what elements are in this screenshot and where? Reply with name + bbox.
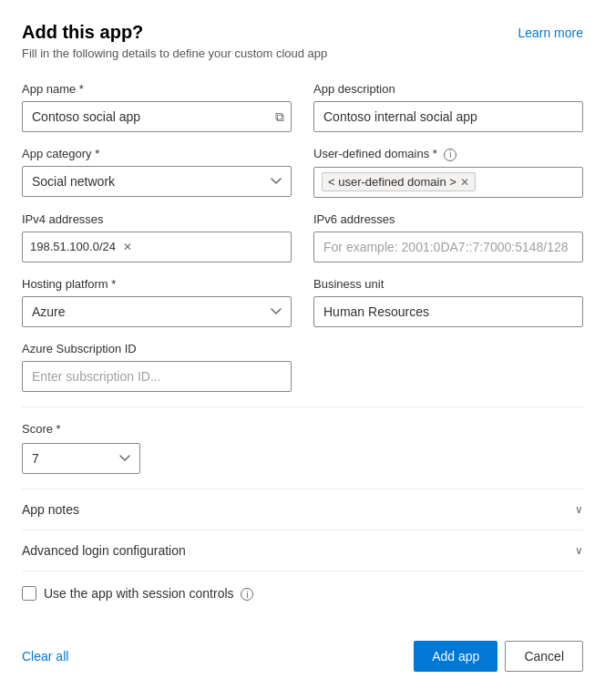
section-divider	[22, 407, 583, 407]
add-app-button[interactable]: Add app	[414, 641, 497, 672]
app-category-group: App category * Social network Business C…	[22, 147, 292, 198]
ipv4-tag: 198.51.100.0/24 ✕	[30, 240, 132, 253]
advanced-login-chevron-icon: ∨	[575, 544, 583, 557]
app-name-input-wrapper: ⧉	[22, 101, 292, 132]
advanced-login-accordion-label: Advanced login configuration	[22, 543, 186, 558]
clipboard-icon: ⧉	[275, 109, 284, 125]
ipv4-group: IPv4 addresses 198.51.100.0/24 ✕	[22, 212, 292, 262]
page-title: Add this app?	[22, 22, 327, 43]
footer-button-group: Add app Cancel	[414, 641, 583, 672]
user-defined-domains-tag-input[interactable]: < user-defined domain > ✕	[313, 167, 583, 198]
advanced-login-accordion-header[interactable]: Advanced login configuration ∨	[22, 530, 583, 571]
user-defined-domains-group: User-defined domains * i < user-defined …	[313, 147, 583, 198]
user-defined-domain-tag: < user-defined domain > ✕	[322, 172, 476, 191]
session-controls-info-icon[interactable]: i	[241, 588, 253, 601]
app-notes-accordion-label: App notes	[22, 502, 79, 517]
session-controls-checkbox[interactable]	[22, 586, 36, 601]
advanced-login-accordion-item: Advanced login configuration ∨	[22, 530, 583, 571]
app-description-group: App description	[313, 82, 583, 132]
user-defined-domains-label: User-defined domains * i	[313, 147, 583, 161]
business-unit-label: Business unit	[313, 277, 583, 291]
user-defined-domains-info-icon[interactable]: i	[444, 149, 456, 161]
accordion-container: App notes ∨ Advanced login configuration…	[22, 489, 583, 571]
dialog-footer: Clear all Add app Cancel	[0, 630, 605, 683]
business-unit-group: Business unit	[313, 277, 583, 327]
clear-all-button[interactable]: Clear all	[22, 649, 68, 664]
hosting-platform-group: Hosting platform * Azure Amazon Web Serv…	[22, 277, 292, 327]
cancel-button[interactable]: Cancel	[505, 641, 583, 672]
business-unit-input[interactable]	[313, 296, 583, 327]
dialog-header: Add this app? Fill in the following deta…	[22, 22, 583, 60]
app-notes-accordion-item: App notes ∨	[22, 489, 583, 530]
ipv4-label: IPv4 addresses	[22, 212, 292, 226]
app-name-input[interactable]	[22, 101, 292, 132]
app-notes-chevron-icon: ∨	[575, 503, 583, 516]
app-description-input[interactable]	[313, 101, 583, 132]
azure-sub-label: Azure Subscription ID	[22, 342, 292, 355]
app-name-group: App name * ⧉	[22, 82, 292, 132]
ipv4-tag-input[interactable]: 198.51.100.0/24 ✕	[22, 232, 292, 262]
ipv6-input[interactable]	[313, 232, 583, 262]
score-section: Score * 1 2 3 4 5 6 7 8 9 10	[22, 422, 583, 474]
form-main-grid: App name * ⧉ App description App categor…	[22, 82, 583, 392]
app-category-label: App category *	[22, 147, 292, 160]
app-category-select[interactable]: Social network Business Communication	[22, 166, 292, 197]
score-select[interactable]: 1 2 3 4 5 6 7 8 9 10	[22, 443, 140, 474]
azure-sub-input[interactable]	[22, 361, 292, 392]
header-title-group: Add this app? Fill in the following deta…	[22, 22, 327, 60]
ipv4-tag-close[interactable]: ✕	[123, 241, 132, 253]
session-controls-row: Use the app with session controls i	[22, 571, 583, 616]
app-description-label: App description	[313, 82, 583, 96]
app-notes-accordion-header[interactable]: App notes ∨	[22, 489, 583, 530]
app-name-label: App name *	[22, 82, 292, 96]
ipv6-label: IPv6 addresses	[313, 212, 583, 226]
page-subtitle: Fill in the following details to define …	[22, 46, 327, 60]
azure-sub-group: Azure Subscription ID	[22, 342, 292, 392]
hosting-platform-label: Hosting platform *	[22, 277, 292, 291]
session-controls-label: Use the app with session controls i	[44, 586, 253, 602]
score-label: Score *	[22, 422, 583, 436]
user-defined-domain-tag-close[interactable]: ✕	[460, 177, 469, 188]
learn-more-link[interactable]: Learn more	[518, 26, 583, 40]
ipv6-group: IPv6 addresses	[313, 212, 583, 262]
hosting-platform-select[interactable]: Azure Amazon Web Services Google Cloud O…	[22, 296, 292, 327]
